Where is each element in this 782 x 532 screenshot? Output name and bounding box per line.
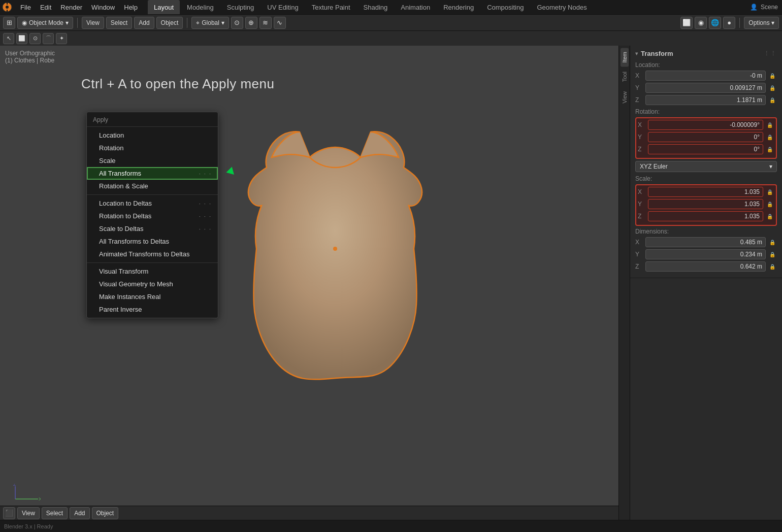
scale-x-lock[interactable]: 🔒 xyxy=(765,187,774,196)
add-btn-bottom[interactable]: Add xyxy=(70,507,89,519)
all-transforms-dots: · · · xyxy=(199,171,212,177)
tab-geometry-nodes[interactable]: Geometry Nodes xyxy=(531,0,593,14)
dim-y-row: Y 0.234 m 🔒 xyxy=(635,249,777,259)
location-y-lock[interactable]: 🔒 xyxy=(768,83,777,92)
rotation-z-lock[interactable]: 🔒 xyxy=(765,145,774,154)
menu-window[interactable]: Window xyxy=(87,3,119,12)
bottom-toolbar: ⬛ View Select Add Object xyxy=(0,506,630,520)
viewport-shading-mat[interactable]: 🌐 xyxy=(709,17,721,29)
menu-item-make-instances-real[interactable]: Make Instances Real xyxy=(87,290,218,303)
rot-deltas-dots: · · · xyxy=(199,213,212,219)
editor-type-btn[interactable]: ⬛ xyxy=(3,507,15,519)
menu-item-all-transforms[interactable]: All Transforms · · · xyxy=(87,167,218,180)
menu-item-scale[interactable]: Scale xyxy=(87,154,218,167)
snap-btn[interactable]: ⊙ xyxy=(231,17,243,29)
side-tab-tool[interactable]: Tool xyxy=(621,68,629,86)
tweak-tool[interactable]: ✦ xyxy=(56,33,67,44)
menu-item-location-deltas[interactable]: Location to Deltas · · · xyxy=(87,197,218,210)
menu-item-animated-transforms-deltas[interactable]: Animated Transforms to Deltas xyxy=(87,248,218,260)
location-y-value[interactable]: 0.009127 m xyxy=(645,83,766,93)
euler-mode-dropdown[interactable]: XYZ Euler ▾ xyxy=(635,161,777,172)
scale-x-value[interactable]: 1.035 xyxy=(648,187,763,197)
viewport[interactable]: User Orthographic (1) Clothes | Robe Ctr… xyxy=(0,46,630,532)
menu-item-rotation[interactable]: Rotation xyxy=(87,142,218,154)
select-btn-bottom[interactable]: Select xyxy=(42,507,68,519)
global-selector[interactable]: ⌖ Global ▾ xyxy=(191,17,229,29)
viewport-type-btn[interactable]: ⊞ xyxy=(3,17,15,29)
tab-sculpting[interactable]: Sculpting xyxy=(221,0,260,14)
rotation-y-label: Y xyxy=(638,134,648,141)
object-menu-btn[interactable]: Object xyxy=(156,17,183,29)
instruction-text: Ctrl + A to open the Apply menu xyxy=(81,76,274,92)
menu-edit[interactable]: Edit xyxy=(36,3,55,12)
menu-item-scale-deltas[interactable]: Scale to Deltas · · · xyxy=(87,222,218,235)
tab-modeling[interactable]: Modeling xyxy=(181,0,220,14)
collapse-arrow[interactable]: ▾ xyxy=(635,51,638,56)
side-tab-item[interactable]: Item xyxy=(621,48,629,66)
location-z-value[interactable]: 1.1871 m xyxy=(645,95,766,105)
location-group-label: Location: xyxy=(635,61,777,69)
proportional-btn[interactable]: ⊕ xyxy=(245,17,257,29)
location-x-value[interactable]: -0 m xyxy=(645,71,766,81)
rotation-x-value[interactable]: -0.000009° xyxy=(648,120,763,130)
viewport-shading-wire[interactable]: ⬜ xyxy=(680,17,693,29)
scale-y-value[interactable]: 1.035 xyxy=(648,199,763,209)
cursor-tool[interactable]: ↖ xyxy=(3,33,14,44)
location-x-lock[interactable]: 🔒 xyxy=(768,71,777,80)
viewport-shading-render[interactable]: ● xyxy=(723,17,735,29)
select-lasso-tool[interactable]: ⌒ xyxy=(43,33,54,44)
view-menu-btn[interactable]: View xyxy=(82,17,104,29)
dim-y-lock[interactable]: 🔒 xyxy=(768,250,777,259)
location-z-lock[interactable]: 🔒 xyxy=(768,95,777,105)
menu-file[interactable]: File xyxy=(16,3,35,12)
menu-item-rotation-scale[interactable]: Rotation & Scale xyxy=(87,180,218,192)
menu-render[interactable]: Render xyxy=(56,3,86,12)
menu-item-visual-geometry[interactable]: Visual Geometry to Mesh xyxy=(87,278,218,290)
dim-y-value[interactable]: 0.234 m xyxy=(645,249,766,259)
tab-layout[interactable]: Layout xyxy=(148,0,180,14)
scale-y-lock[interactable]: 🔒 xyxy=(765,200,774,209)
select-circle-tool[interactable]: ⊙ xyxy=(29,33,41,44)
dim-x-lock[interactable]: 🔒 xyxy=(768,238,777,247)
rotation-y-lock[interactable]: 🔒 xyxy=(765,132,774,142)
side-tab-view[interactable]: View xyxy=(621,87,629,108)
menu-item-location[interactable]: Location xyxy=(87,129,218,142)
options-icon[interactable]: ≋ xyxy=(259,17,272,29)
menu-item-all-transforms-deltas[interactable]: All Transforms to Deltas xyxy=(87,235,218,248)
dim-z-lock[interactable]: 🔒 xyxy=(768,262,777,271)
tab-compositing[interactable]: Compositing xyxy=(481,0,530,14)
scale-z-lock[interactable]: 🔒 xyxy=(765,212,774,221)
menu-item-rotation-deltas[interactable]: Rotation to Deltas · · · xyxy=(87,210,218,222)
rotation-z-value[interactable]: 0° xyxy=(648,144,763,154)
rotation-y-value[interactable]: 0° xyxy=(648,132,763,142)
menu-item-visual-transform[interactable]: Visual Transform xyxy=(87,265,218,278)
select-menu-btn[interactable]: Select xyxy=(106,17,132,29)
loc-deltas-dots: · · · xyxy=(199,201,212,207)
all-transforms-label: All Transforms xyxy=(99,170,141,177)
tab-texture-paint[interactable]: Texture Paint xyxy=(306,0,356,14)
tab-animation[interactable]: Animation xyxy=(395,0,436,14)
select-box-tool[interactable]: ⬜ xyxy=(16,33,27,44)
dim-x-value[interactable]: 0.485 m xyxy=(645,237,766,247)
add-menu-btn[interactable]: Add xyxy=(134,17,154,29)
menu-item-parent-inverse[interactable]: Parent Inverse xyxy=(87,303,218,316)
tab-uv-editing[interactable]: UV Editing xyxy=(261,0,304,14)
scale-group-label: Scale: xyxy=(635,175,777,182)
mode-selector[interactable]: ◉ Object Mode ▾ xyxy=(17,17,73,29)
rotation-x-lock[interactable]: 🔒 xyxy=(765,120,774,129)
object-btn-bottom[interactable]: Object xyxy=(92,507,119,519)
viewport-shading-solid[interactable]: ◉ xyxy=(695,17,707,29)
dress-object xyxy=(223,112,447,386)
graph-icon[interactable]: ∿ xyxy=(274,17,286,29)
menu-help[interactable]: Help xyxy=(120,3,142,12)
dim-z-value[interactable]: 0.642 m xyxy=(645,261,766,272)
tab-shading[interactable]: Shading xyxy=(357,0,394,14)
tab-rendering[interactable]: Rendering xyxy=(437,0,480,14)
scale-deltas-label: Scale to Deltas xyxy=(99,225,143,232)
options-btn[interactable]: Options ▾ xyxy=(744,17,779,29)
scale-z-value[interactable]: 1.035 xyxy=(648,211,763,221)
dim-z-row: Z 0.642 m 🔒 xyxy=(635,261,777,272)
view-btn-bottom[interactable]: View xyxy=(17,507,40,519)
transform-header: ▾ Transform ⋮⋮ xyxy=(635,50,777,57)
apply-menu-header: Apply xyxy=(87,114,218,127)
